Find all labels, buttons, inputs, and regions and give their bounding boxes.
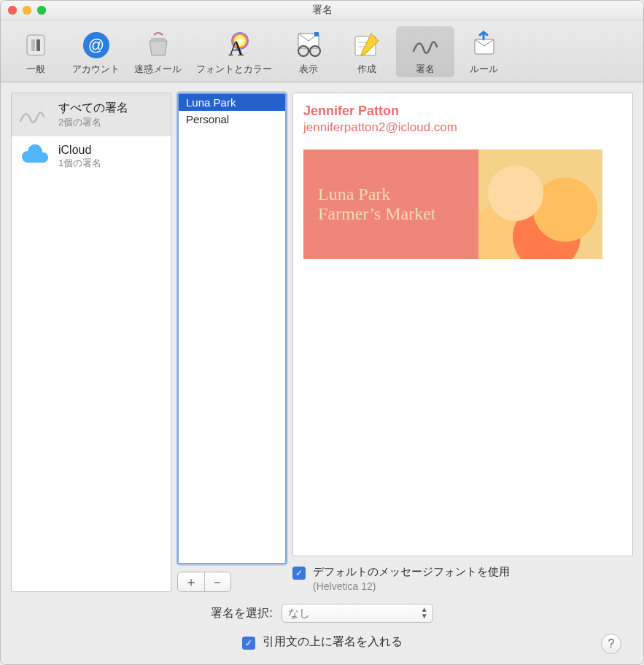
accounts-item-icloud[interactable]: iCloud 1個の署名: [12, 136, 171, 177]
icloud-icon: [19, 144, 51, 170]
svg-text:@: @: [88, 36, 104, 54]
svg-rect-5: [151, 38, 166, 41]
svg-rect-1: [31, 39, 35, 51]
signature-email-text: jenniferpatton2@icloud.com: [303, 120, 622, 135]
signature-name-text: Jennifer Patton: [303, 104, 622, 119]
tab-label: 迷惑メール: [134, 63, 182, 76]
preferences-window: 署名 一般 @ アカウント 迷惑メール A: [0, 0, 644, 665]
svg-rect-2: [36, 39, 40, 51]
remove-signature-button[interactable]: －: [204, 572, 231, 591]
rules-icon: [466, 29, 501, 61]
choose-signature-row: 署名を選択: なし ▲▼: [11, 599, 633, 627]
signatures-icon: [408, 29, 443, 61]
tab-junk[interactable]: 迷惑メール: [127, 26, 189, 77]
tab-label: 作成: [357, 63, 376, 76]
tab-label: 署名: [416, 63, 435, 76]
add-remove-group: ＋ －: [177, 572, 231, 592]
choose-signature-popup[interactable]: なし ▲▼: [282, 604, 433, 623]
panes: すべての署名 2個の署名 iCloud 1個の署名 Luna Park: [11, 93, 633, 592]
signatures-list[interactable]: Luna Park Personal: [177, 93, 287, 564]
preview-column: Jennifer Patton jenniferpatton2@icloud.c…: [292, 93, 633, 592]
tab-rules[interactable]: ルール: [454, 26, 513, 77]
composing-icon: [349, 29, 384, 61]
default-font-option: ✓ デフォルトのメッセージフォントを使用 (Helvetica 12): [292, 565, 633, 592]
signature-banner-image: Luna Park Farmer’s Market: [303, 149, 602, 259]
signature-editor[interactable]: Jennifer Patton jenniferpatton2@icloud.c…: [292, 93, 633, 556]
choose-signature-value: なし: [288, 607, 310, 621]
banner-line-1: Luna Park: [318, 184, 478, 204]
signature-item[interactable]: Luna Park: [179, 94, 285, 111]
svg-rect-9: [314, 32, 319, 36]
tab-label: 一般: [26, 63, 45, 76]
default-font-text-group: デフォルトのメッセージフォントを使用 (Helvetica 12): [313, 565, 510, 592]
accounts-item-all[interactable]: すべての署名 2個の署名: [12, 93, 171, 136]
tab-label: アカウント: [72, 63, 120, 76]
window-title: 署名: [1, 4, 643, 17]
banner-fruit-image: [478, 149, 602, 259]
banner-text: Luna Park Farmer’s Market: [303, 149, 478, 259]
preferences-toolbar: 一般 @ アカウント 迷惑メール A フォントとカラー: [1, 20, 643, 82]
accounts-item-sub: 2個の署名: [58, 116, 128, 129]
help-button[interactable]: ?: [601, 634, 621, 654]
viewing-icon: [291, 29, 326, 61]
content-area: すべての署名 2個の署名 iCloud 1個の署名 Luna Park: [1, 82, 643, 664]
general-icon: [18, 29, 53, 61]
default-font-note: (Helvetica 12): [313, 580, 510, 592]
accounts-item-name: すべての署名: [58, 101, 128, 116]
signatures-column: Luna Park Personal ＋ －: [177, 93, 287, 592]
use-default-font-checkbox[interactable]: ✓: [292, 567, 306, 580]
tab-label: フォントとカラー: [196, 63, 272, 76]
accounts-list[interactable]: すべての署名 2個の署名 iCloud 1個の署名: [11, 93, 171, 592]
accounts-item-sub: 1個の署名: [58, 157, 101, 170]
tab-label: 表示: [299, 63, 318, 76]
tab-signatures[interactable]: 署名: [396, 26, 454, 77]
tab-composing[interactable]: 作成: [338, 26, 396, 77]
accounts-item-text: iCloud 1個の署名: [58, 144, 101, 170]
svg-text:A: A: [228, 36, 244, 60]
above-quote-label: 引用文の上に署名を入れる: [263, 634, 403, 650]
accounts-item-name: iCloud: [58, 144, 101, 157]
junk-icon: [141, 29, 176, 61]
titlebar: 署名: [1, 1, 643, 20]
tab-fonts-colors[interactable]: A フォントとカラー: [189, 26, 279, 77]
tab-general[interactable]: 一般: [7, 26, 65, 77]
banner-line-2: Farmer’s Market: [318, 204, 478, 224]
choose-signature-label: 署名を選択:: [211, 606, 272, 621]
popup-arrows-icon: ▲▼: [421, 606, 428, 619]
use-default-font-label: デフォルトのメッセージフォントを使用: [313, 565, 510, 579]
tab-viewing[interactable]: 表示: [279, 26, 338, 77]
all-signatures-icon: [19, 102, 51, 128]
tab-accounts[interactable]: @ アカウント: [65, 26, 127, 77]
accounts-icon: @: [79, 29, 114, 61]
above-quote-checkbox[interactable]: ✓: [242, 637, 255, 650]
tab-label: ルール: [470, 63, 498, 76]
add-signature-button[interactable]: ＋: [178, 572, 204, 591]
fonts-colors-icon: A: [217, 29, 252, 61]
accounts-item-text: すべての署名 2個の署名: [58, 101, 128, 129]
signature-item[interactable]: Personal: [179, 111, 285, 128]
bottom-row: ✓ 引用文の上に署名を入れる ?: [11, 634, 633, 657]
svg-rect-0: [27, 35, 44, 55]
